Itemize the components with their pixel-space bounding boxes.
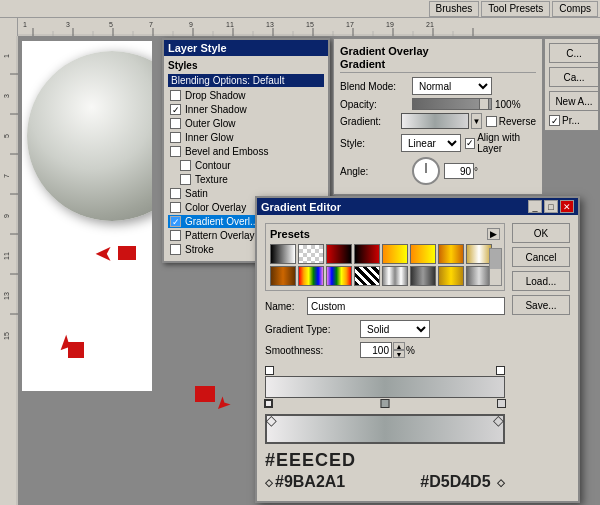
tool-presets-btn[interactable]: Tool Presets	[481, 1, 550, 17]
smoothness-down-btn[interactable]: ▼	[393, 350, 405, 358]
align-label: Align with Layer	[477, 132, 536, 154]
inner-shadow-item[interactable]: ✓ Inner Shadow	[168, 103, 324, 116]
contour-label: Contour	[195, 160, 231, 171]
opacity-stop-left[interactable]	[265, 366, 274, 375]
inner-glow-item[interactable]: Inner Glow	[168, 131, 324, 144]
style-row: Style: Linear ✓ Align with Layer	[340, 132, 536, 154]
blending-options-item[interactable]: Blending Options: Default	[168, 74, 324, 87]
presets-scrollbar[interactable]	[489, 248, 502, 286]
new-style-button[interactable]: New A...	[549, 91, 599, 111]
gradient-dropdown-arrow[interactable]: ▼	[471, 113, 481, 129]
color-overlay-checkbox[interactable]	[170, 202, 181, 213]
maximize-button[interactable]: □	[544, 200, 558, 213]
preset-item[interactable]	[410, 266, 436, 286]
opacity-slider-thumb[interactable]	[479, 98, 489, 110]
outer-glow-checkbox[interactable]	[170, 118, 181, 129]
texture-item[interactable]: Texture	[168, 173, 324, 186]
cancel-button[interactable]: Ca...	[549, 67, 599, 87]
ge-type-label: Gradient Type:	[265, 324, 360, 335]
opacity-stop-right[interactable]	[496, 366, 505, 375]
presets-label: Presets	[270, 228, 310, 240]
svg-text:9: 9	[3, 214, 10, 218]
opacity-stop-area	[265, 364, 505, 376]
bevel-emboss-checkbox[interactable]	[170, 146, 181, 157]
preset-item[interactable]	[354, 266, 380, 286]
ruler-top: 1 3 5 7 9 11 13 15	[0, 18, 600, 36]
preview-checkbox[interactable]: ✓	[549, 115, 560, 126]
ge-load-button[interactable]: Load...	[512, 271, 570, 291]
opacity-slider[interactable]	[412, 98, 492, 110]
ge-type-select[interactable]: Solid	[360, 320, 430, 338]
svg-text:7: 7	[149, 21, 153, 28]
angle-input[interactable]	[444, 163, 474, 179]
presets-scroll-thumb[interactable]	[490, 249, 501, 269]
contour-item[interactable]: Contour	[168, 159, 324, 172]
ge-smoothness-input[interactable]	[360, 342, 392, 358]
reverse-checkbox[interactable]	[486, 116, 497, 127]
ge-right-buttons: OK Cancel Load... Save...	[512, 223, 570, 315]
ge-name-input[interactable]	[307, 297, 505, 315]
texture-checkbox[interactable]	[180, 174, 191, 185]
ge-smoothness-stepper: ▲ ▼	[393, 342, 405, 358]
satin-checkbox[interactable]	[170, 188, 181, 199]
preset-item[interactable]	[382, 266, 408, 286]
svg-text:21: 21	[426, 21, 434, 28]
minimize-button[interactable]: _	[528, 200, 542, 213]
svg-text:11: 11	[226, 21, 234, 28]
color-stop-mid[interactable]	[381, 399, 390, 408]
align-checkbox[interactable]: ✓	[465, 138, 475, 149]
preset-item[interactable]	[326, 244, 352, 264]
preset-item[interactable]	[298, 244, 324, 264]
smoothness-up-btn[interactable]: ▲	[393, 342, 405, 350]
ge-main-gradient-bar[interactable]	[265, 376, 505, 398]
preset-item[interactable]	[354, 244, 380, 264]
layer-style-buttons: C... Ca... New A... ✓ Pr...	[544, 38, 599, 131]
preset-item[interactable]	[326, 266, 352, 286]
preset-item[interactable]	[270, 266, 296, 286]
svg-text:1: 1	[3, 54, 10, 58]
inner-glow-checkbox[interactable]	[170, 132, 181, 143]
comps-btn[interactable]: Comps	[552, 1, 598, 17]
inner-shadow-label: Inner Shadow	[185, 104, 247, 115]
blend-mode-select[interactable]: Normal	[412, 77, 492, 95]
red-marker-1	[118, 246, 136, 260]
preset-item[interactable]	[438, 244, 464, 264]
preset-item[interactable]	[270, 244, 296, 264]
gradient-preview[interactable]	[401, 113, 469, 129]
preset-item[interactable]	[410, 244, 436, 264]
inner-shadow-checkbox[interactable]: ✓	[170, 104, 181, 115]
bevel-emboss-item[interactable]: Bevel and Emboss	[168, 145, 324, 158]
stroke-checkbox[interactable]	[170, 244, 181, 255]
preset-item[interactable]	[382, 244, 408, 264]
outer-glow-label: Outer Glow	[185, 118, 236, 129]
ok-button[interactable]: C...	[549, 43, 599, 63]
drop-shadow-item[interactable]: Drop Shadow	[168, 89, 324, 102]
gradient-row: Gradient: ▼ Reverse	[340, 113, 536, 129]
sphere	[27, 51, 152, 221]
ge-ok-button[interactable]: OK	[512, 223, 570, 243]
presets-section: Presets ▶	[265, 223, 505, 291]
contour-checkbox[interactable]	[180, 160, 191, 171]
gradient-overlay-checkbox[interactable]: ✓	[170, 216, 181, 227]
ge-save-button[interactable]: Save...	[512, 295, 570, 315]
ge-cancel-button[interactable]: Cancel	[512, 247, 570, 267]
svg-rect-36	[0, 36, 18, 505]
color-stop-left[interactable]	[264, 399, 273, 408]
svg-text:13: 13	[266, 21, 274, 28]
style-select[interactable]: Linear	[401, 134, 461, 152]
close-button[interactable]: ✕	[560, 200, 574, 213]
presets-options-button[interactable]: ▶	[487, 228, 500, 240]
angle-dial-line	[426, 163, 427, 173]
color-stop-right[interactable]	[497, 399, 506, 408]
svg-text:19: 19	[386, 21, 394, 28]
ge-smoothness-label: Smoothness:	[265, 345, 360, 356]
brushes-btn[interactable]: Brushes	[429, 1, 480, 17]
angle-dial[interactable]	[412, 157, 440, 185]
ruler-vertical: 1 3 5 7 9 11 13 15	[0, 36, 18, 505]
outer-glow-item[interactable]: Outer Glow	[168, 117, 324, 130]
drop-shadow-checkbox[interactable]	[170, 90, 181, 101]
preset-item[interactable]	[298, 266, 324, 286]
ruler-vertical-svg: 1 3 5 7 9 11 13 15	[0, 36, 18, 505]
pattern-overlay-checkbox[interactable]	[170, 230, 181, 241]
preset-item[interactable]	[438, 266, 464, 286]
